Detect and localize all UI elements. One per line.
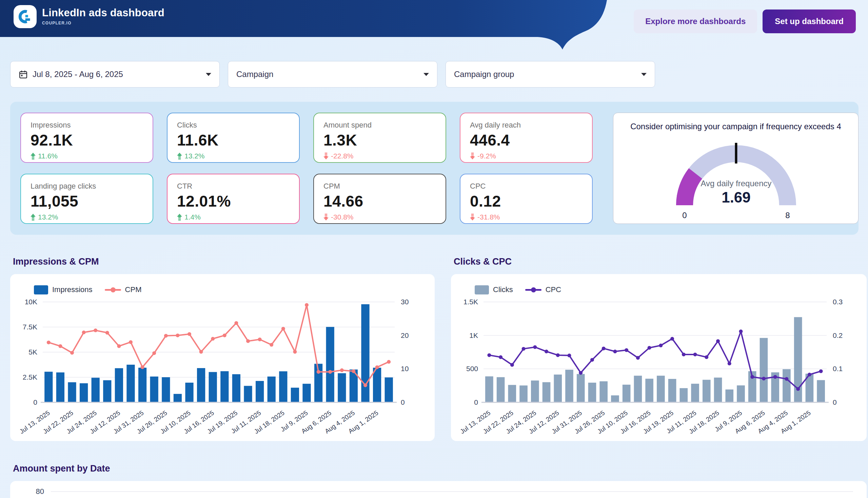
trend-arrow-icon (323, 153, 329, 159)
svg-text:0: 0 (682, 211, 686, 219)
svg-text:30: 30 (401, 298, 409, 306)
svg-text:0: 0 (474, 398, 478, 406)
kpi-value: 11.6K (177, 131, 290, 149)
legend-item-impressions[interactable]: Impressions (34, 285, 93, 294)
svg-text:0: 0 (401, 398, 405, 406)
campaign-group-filter[interactable]: Campaign group (445, 61, 655, 88)
impressions-cpm-chart[interactable]: 02.5K5K7.5K10K0102030Jul 13, 2025Jul 22,… (10, 297, 435, 439)
set-up-dashboard-button[interactable]: Set up dashboard (763, 10, 856, 33)
kpi-value: 1.3K (323, 131, 436, 149)
legend-label: Clicks (493, 285, 513, 294)
svg-text:0.1: 0.1 (833, 365, 843, 372)
kpi-value: 0.12 (470, 192, 583, 210)
header-titles: LinkedIn ads dashboard COUPLER.IO (42, 7, 164, 25)
clicks-cpc-chart[interactable]: 05001K1.5K00.10.20.3Jul 13, 2025Jul 22, … (451, 297, 867, 439)
svg-text:7.5K: 7.5K (23, 323, 37, 331)
clicks-cpc-title: Clicks & CPC (454, 257, 512, 267)
svg-text:0: 0 (833, 398, 837, 406)
page-title: LinkedIn ads dashboard (42, 7, 164, 19)
svg-text:0: 0 (33, 398, 37, 406)
bar-swatch (475, 285, 489, 294)
kpi-panel: Impressions 92.1K 11.6% Clicks 11.6K 13.… (10, 102, 858, 235)
legend-item-cpm[interactable]: CPM (105, 285, 142, 294)
trend-arrow-icon (30, 214, 36, 221)
kpi-delta: -30.8% (323, 213, 436, 221)
kpi-delta: -9.2% (470, 152, 583, 160)
kpi-delta: 13.2% (30, 213, 143, 221)
svg-text:1K: 1K (469, 331, 478, 339)
kpi-delta-value: 13.2% (38, 213, 58, 221)
clicks-cpc-legend: ClicksCPC (475, 283, 867, 297)
gauge-note: Consider optimising your campaign if fre… (613, 122, 858, 131)
svg-text:0.3: 0.3 (833, 298, 843, 306)
explore-more-dashboards-button[interactable]: Explore more dashboards (634, 10, 757, 33)
filter-bar: Jul 8, 2025 - Aug 6, 2025 Campaign Campa… (10, 61, 655, 88)
kpi-delta: 1.4% (177, 213, 290, 221)
kpi-label: Clicks (177, 121, 290, 130)
kpi-delta-value: -30.8% (331, 213, 353, 221)
kpi-card: CTR 12.01% 1.4% (167, 174, 300, 224)
kpi-delta: -22.8% (323, 152, 436, 160)
date-range-filter[interactable]: Jul 8, 2025 - Aug 6, 2025 (10, 61, 220, 88)
gridline (51, 491, 853, 492)
legend-item-clicks[interactable]: Clicks (475, 285, 513, 294)
kpi-card: Avg daily reach 446.4 -9.2% (460, 113, 593, 163)
svg-text:5K: 5K (28, 348, 37, 356)
kpi-label: CPC (470, 182, 583, 191)
coupler-logo-icon (17, 9, 33, 25)
trend-arrow-icon (323, 214, 329, 221)
kpi-delta: -31.8% (470, 213, 583, 221)
kpi-card: CPC 0.12 -31.8% (460, 174, 593, 224)
linkedin-ads-dashboard: LinkedIn ads dashboard COUPLER.IO Explor… (0, 0, 868, 498)
kpi-label: CTR (177, 182, 290, 191)
kpi-delta-value: 11.6% (38, 152, 58, 160)
svg-text:2.5K: 2.5K (23, 373, 37, 381)
svg-text:10: 10 (401, 365, 409, 372)
kpi-delta-value: -31.8% (477, 213, 500, 221)
svg-text:500: 500 (466, 365, 478, 372)
kpi-value: 12.01% (177, 192, 290, 210)
campaign-filter-label: Campaign (236, 69, 419, 79)
impressions-cpm-title: Impressions & CPM (13, 257, 99, 267)
kpi-value: 14.66 (323, 192, 436, 210)
svg-text:20: 20 (401, 331, 409, 339)
svg-text:8: 8 (785, 211, 790, 219)
kpi-delta: 11.6% (30, 152, 143, 160)
kpi-label: Avg daily reach (470, 121, 583, 130)
trend-arrow-icon (177, 214, 182, 221)
kpi-value: 11,055 (30, 192, 143, 210)
kpi-card: Amount spend 1.3K -22.8% (313, 113, 446, 163)
app-header: LinkedIn ads dashboard COUPLER.IO Explor… (0, 0, 868, 38)
kpi-card: CPM 14.66 -30.8% (313, 174, 446, 224)
chevron-down-icon (206, 73, 211, 76)
amount-spent-card: 80 (10, 481, 867, 498)
date-range-value: Jul 8, 2025 - Aug 6, 2025 (32, 69, 201, 79)
header-actions: Explore more dashboards Set up dashboard (634, 10, 856, 33)
kpi-delta-value: 1.4% (185, 213, 201, 221)
kpi-delta-value: -9.2% (477, 152, 496, 160)
legend-label: CPM (125, 285, 142, 294)
legend-item-cpc[interactable]: CPC (525, 285, 561, 294)
campaign-group-filter-label: Campaign group (454, 69, 637, 79)
trend-arrow-icon (470, 153, 475, 159)
trend-arrow-icon (30, 153, 36, 159)
kpi-value: 446.4 (470, 131, 583, 149)
kpi-label: Amount spend (323, 121, 436, 130)
svg-text:1.69: 1.69 (722, 189, 751, 206)
svg-text:10K: 10K (25, 298, 37, 306)
brand-label: COUPLER.IO (42, 21, 164, 25)
bar-swatch (34, 285, 48, 294)
svg-text:0.2: 0.2 (833, 331, 843, 339)
kpi-label: Landing page clicks (30, 182, 143, 191)
chevron-down-icon (641, 73, 646, 76)
kpi-delta: 13.2% (177, 152, 290, 160)
kpi-label: CPM (323, 182, 436, 191)
clicks-cpc-card: ClicksCPC 05001K1.5K00.10.20.3Jul 13, 20… (451, 274, 867, 441)
kpi-label: Impressions (30, 121, 143, 130)
trend-arrow-icon (470, 214, 475, 221)
campaign-filter[interactable]: Campaign (228, 61, 437, 88)
legend-label: CPC (546, 285, 561, 294)
calendar-icon (19, 70, 28, 79)
coupler-logo (14, 5, 37, 28)
kpi-card: Clicks 11.6K 13.2% (167, 113, 300, 163)
